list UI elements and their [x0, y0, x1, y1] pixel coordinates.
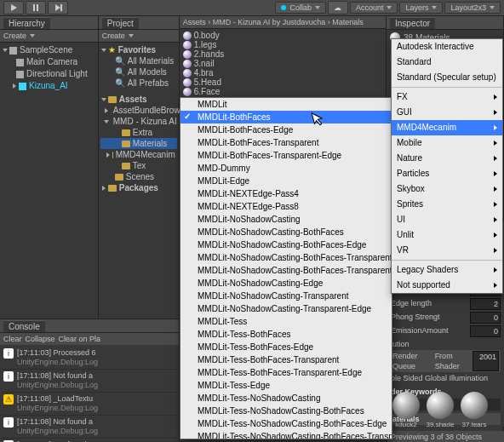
hierarchy-tab[interactable]: Hierarchy	[3, 17, 50, 29]
console-tab[interactable]: Console	[3, 320, 45, 332]
inspector-tab[interactable]: Inspector	[390, 17, 435, 29]
shader-menu-item[interactable]: MMDLit-NoShadowCasting-BothFaces	[180, 226, 392, 238]
shader-menu-item[interactable]: MMDLit-NoShadowCasting-Transparent-Edge	[180, 302, 392, 315]
folder-item[interactable]: MMD4Mecanim	[100, 149, 177, 160]
favorites-row[interactable]: ★Favorites	[100, 44, 177, 55]
material-thumbnail[interactable]: 39.shade	[425, 392, 455, 428]
clear-button[interactable]: Clear	[3, 335, 22, 343]
shader-menu-item[interactable]: MMDLit-Edge	[180, 175, 392, 187]
favorite-item[interactable]: 🔍All Models	[100, 66, 177, 77]
clearonplay-button[interactable]: Clear on Pla	[59, 335, 101, 343]
layers-dropdown[interactable]: Layers	[399, 2, 443, 14]
shader-category-item[interactable]: Legacy Shaders	[392, 262, 502, 278]
shader-menu-item[interactable]: MMDLit	[180, 98, 392, 111]
shader-menu-item[interactable]: MMDLit-Tess-NoShadowCasting	[180, 392, 392, 405]
foldout-icon[interactable]	[106, 152, 110, 158]
collab-dropdown[interactable]: Collab	[275, 2, 326, 14]
asset-item[interactable]: 4.bra	[181, 68, 384, 77]
shader-menu-item[interactable]: MMDLit-NEXTEdge-Pass8	[180, 200, 392, 213]
console-log-row[interactable]: i[17:11:08] Not found aUnityEngine.Debug…	[2, 370, 177, 393]
shader-category-item[interactable]: UI	[392, 212, 502, 227]
assets-row[interactable]: Assets	[100, 94, 177, 105]
step-button[interactable]	[48, 1, 68, 14]
shader-category-menu[interactable]: Autodesk InteractiveStandardStandard (Sp…	[391, 38, 503, 294]
folder-item[interactable]: Materials	[100, 138, 177, 149]
play-button[interactable]	[3, 1, 24, 14]
asset-item[interactable]: 6.Face	[181, 87, 384, 96]
hierarchy-item[interactable]: Kizuna_AI	[2, 80, 96, 92]
shader-menu-item[interactable]: MMDLit-BothFaces-Transparent-Edge	[180, 149, 392, 162]
renderqueue-value[interactable]: 2001	[472, 351, 499, 371]
shader-menu-item[interactable]: MMDLit-NoShadowCasting-Transparent	[180, 290, 392, 302]
console-log-row[interactable]: i[17:11:08] Not found aUnityEngine.Debug…	[2, 416, 177, 439]
shader-category-item[interactable]: VR	[392, 243, 502, 258]
prop-value[interactable]: 0	[470, 312, 501, 324]
foldout-icon[interactable]	[102, 186, 106, 191]
shader-menu-item[interactable]: MMDLit-NoShadowCasting-Edge	[180, 277, 392, 290]
shader-category-item[interactable]: FX	[392, 89, 502, 105]
shader-category-item[interactable]: GUI	[392, 105, 502, 120]
shader-submenu[interactable]: MMDLit✓MMDLit-BothFacesMMDLit-BothFaces-…	[180, 97, 392, 439]
folder-item[interactable]: MMD - Kizuna AI by It	[100, 116, 177, 127]
asset-item[interactable]: 5.Head	[181, 77, 384, 87]
shader-menu-item[interactable]: MMDLit-NoShadowCasting-BothFaces-Transpa…	[180, 251, 392, 264]
shader-category-item[interactable]: Standard (Specular setup)	[392, 70, 502, 85]
console-log-row[interactable]: ⚠[17:11:08] _LoadTextuUnityEngine.Debug:…	[2, 393, 177, 416]
asset-item[interactable]: 0.body	[181, 31, 384, 40]
account-dropdown[interactable]: Account	[350, 2, 398, 14]
foldout-icon[interactable]	[104, 120, 109, 123]
shader-menu-item[interactable]: MMDLit-Tess-Edge	[180, 379, 392, 392]
shader-category-item[interactable]: Standard	[392, 55, 502, 70]
favorite-item[interactable]: 🔍All Prefabs	[100, 77, 177, 89]
shader-menu-item[interactable]: MMD-Dummy	[180, 162, 392, 175]
shader-menu-item[interactable]: MMDLit-Tess-BothFaces-Transparent-Edge	[180, 366, 392, 379]
material-thumbnail[interactable]: kduck2	[391, 392, 421, 428]
create-button[interactable]: Create	[3, 32, 26, 40]
shader-menu-item[interactable]: ✓MMDLit-BothFaces	[180, 111, 392, 123]
asset-item[interactable]: 1.legs	[181, 40, 384, 49]
shader-menu-item[interactable]: MMDLit-Tess-NoShadowCasting-BothFaces-Ed…	[180, 417, 392, 430]
foldout-icon[interactable]	[101, 98, 106, 101]
foldout-icon[interactable]	[13, 83, 16, 89]
shader-menu-item[interactable]: MMDLit-Tess-NoShadowCasting-BothFaces	[180, 405, 392, 417]
shader-menu-item[interactable]: MMDLit-Tess	[180, 315, 392, 328]
hierarchy-item[interactable]: Main Camera	[2, 56, 96, 68]
shader-menu-item[interactable]: MMDLit-Tess-BothFaces-Edge	[180, 341, 392, 353]
shader-category-item[interactable]: MMD4Mecanim	[392, 120, 502, 135]
create-button[interactable]: Create	[102, 32, 125, 40]
shader-menu-item[interactable]: MMDLit-NEXTEdge-Pass4	[180, 187, 392, 200]
favorite-item[interactable]: 🔍All Materials	[100, 55, 177, 66]
folder-item[interactable]: Scenes	[100, 171, 177, 182]
shader-category-item[interactable]: Sprites	[392, 197, 502, 212]
foldout-icon[interactable]	[105, 108, 108, 113]
asset-item[interactable]: 2.hands	[181, 49, 384, 59]
shader-menu-item[interactable]: MMDLit-Tess-BothFaces	[180, 328, 392, 341]
console-log-row[interactable]: i[17:11:15] Not found aUnityEngine.Debug…	[2, 439, 177, 442]
prop-value[interactable]: 0	[470, 325, 501, 337]
shader-category-item[interactable]: Autodesk Interactive	[392, 39, 502, 55]
foldout-icon[interactable]	[3, 49, 8, 52]
hierarchy-item[interactable]: Directional Light	[2, 68, 96, 80]
material-thumbnail[interactable]: 37.tears	[459, 392, 490, 428]
shader-menu-item[interactable]: MMDLit-BothFaces-Transparent	[180, 136, 392, 149]
shader-category-item[interactable]: Mobile	[392, 135, 502, 151]
shader-category-item[interactable]: Not supported	[392, 278, 502, 293]
shader-category-item[interactable]: Skybox	[392, 181, 502, 197]
cloud-button[interactable]: ☁	[328, 1, 348, 14]
renderqueue-mode[interactable]: From Shader	[435, 351, 472, 371]
folder-item[interactable]: AssetBundleBrowser	[100, 105, 177, 116]
shader-menu-item[interactable]: MMDLit-NoShadowCasting-BothFaces-Transpa…	[180, 264, 392, 277]
foldout-icon[interactable]	[101, 49, 106, 52]
shader-menu-item[interactable]: MMDLit-Tess-NoShadowCasting-BothFaces-Tr…	[180, 430, 392, 439]
scene-row[interactable]: SampleScene	[2, 44, 96, 56]
shader-category-item[interactable]: Nature	[392, 151, 502, 166]
shader-menu-item[interactable]: MMDLit-Tess-BothFaces-Transparent	[180, 353, 392, 366]
shader-menu-item[interactable]: MMDLit-NoShadowCasting	[180, 213, 392, 226]
shader-category-item[interactable]: Particles	[392, 166, 502, 181]
console-log-row[interactable]: i[17:11:03] Processed 6UnityEngine.Debug…	[2, 347, 177, 370]
shader-menu-item[interactable]: MMDLit-BothFaces-Edge	[180, 123, 392, 136]
packages-row[interactable]: Packages	[100, 182, 177, 193]
pause-button[interactable]	[26, 1, 46, 14]
folder-item[interactable]: Tex	[100, 160, 177, 171]
prop-value[interactable]: 2	[470, 298, 501, 310]
